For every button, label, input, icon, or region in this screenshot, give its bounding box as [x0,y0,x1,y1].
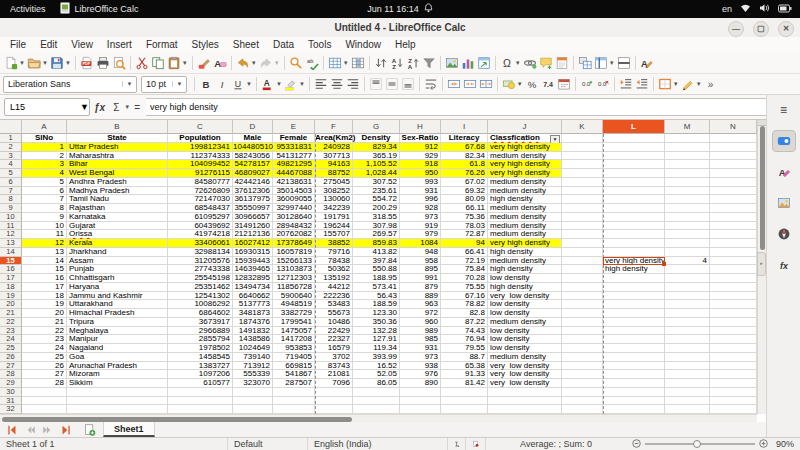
export-pdf-button[interactable]: PDF [79,54,95,72]
autofilter-button[interactable] [421,54,437,72]
sidebar-collapse-handle[interactable]: ▸ [757,252,766,276]
column-header-M[interactable]: M [665,120,710,134]
redo-button[interactable]: ▼ [258,54,281,72]
cell-B31[interactable] [67,397,168,406]
cell-A32[interactable] [22,405,67,414]
cell-M16[interactable] [665,265,710,274]
highlighting-color-dropdown-icon[interactable]: ▼ [299,81,305,87]
cell-M22[interactable] [665,318,710,327]
save-button[interactable]: ▼ [49,54,72,72]
cell-I29[interactable]: 81.42 [441,379,488,388]
insert-table-button[interactable]: ▼ [327,54,350,72]
insert-hyperlink-button[interactable] [522,54,538,72]
border-style-dropdown-icon[interactable]: ▼ [696,81,702,87]
formula-input[interactable]: very high density [146,98,784,116]
function-wizard-icon[interactable]: ƒx [94,102,105,113]
previous-sheet-button[interactable] [22,423,38,436]
cell-F31[interactable] [315,397,353,406]
cell-M18[interactable] [665,283,710,292]
cell-H32[interactable] [400,405,441,414]
cell-L30[interactable] [603,388,665,397]
cell-M1[interactable] [665,134,710,143]
cell-D29[interactable]: 323070 [233,379,273,388]
cell-L28[interactable] [603,370,665,379]
cell-B29[interactable]: Sikkim [67,379,168,388]
column-header-G[interactable]: G [353,120,400,134]
cell-L17[interactable] [603,274,665,283]
freeze-rows-columns-dropdown-icon[interactable]: ▼ [609,60,615,66]
cell-N8[interactable] [710,195,757,204]
cell-K32[interactable] [562,405,603,414]
cell-A31[interactable] [22,397,67,406]
cell-K30[interactable] [562,388,603,397]
sidebar-properties-button[interactable] [772,130,796,152]
cell-J30[interactable] [488,388,562,397]
menu-file[interactable]: File [3,38,33,51]
cell-K23[interactable] [562,327,603,336]
bold-button[interactable]: B [198,75,214,93]
cell-L6[interactable] [603,178,665,187]
selection-summary-field[interactable]: Average: ; Sum: 0 [486,438,626,450]
cell-F29[interactable]: 7096 [315,379,353,388]
insert-table-dropdown-icon[interactable]: ▼ [343,60,349,66]
cell-L3[interactable] [603,152,665,161]
activities-button[interactable]: Activities [10,4,46,14]
special-character-button[interactable]: Ω▼ [499,54,522,72]
cell-L22[interactable] [603,318,665,327]
cell-N29[interactable] [710,379,757,388]
cell-K25[interactable] [562,344,603,353]
align-bottom-button[interactable] [400,75,416,93]
clear-formatting-button[interactable]: A [212,54,228,72]
cell-L32[interactable] [603,405,665,414]
cell-L19[interactable] [603,292,665,301]
print-button[interactable] [95,54,111,72]
cell-L9[interactable] [603,204,665,213]
menu-data[interactable]: Data [266,38,301,51]
cell-L1[interactable] [603,134,665,143]
window-titlebar[interactable]: Untitled 4 - LibreOffice Calc —▢✕ [0,18,800,38]
cell-E32[interactable] [273,405,315,414]
column-header-B[interactable]: B [67,120,168,134]
cell-C30[interactable] [168,388,233,397]
cell-N14[interactable] [710,248,757,257]
cell-L7[interactable] [603,187,665,196]
cell-G30[interactable] [353,388,400,397]
column-header-K[interactable]: K [562,120,603,134]
autosum-dropdown-icon[interactable]: ▼ [124,104,130,110]
select-all-corner[interactable] [0,120,22,134]
cell-D30[interactable] [233,388,273,397]
cell-G31[interactable] [353,397,400,406]
cell-M13[interactable] [665,239,710,248]
merge-and-center-button[interactable] [446,75,462,93]
menu-edit[interactable]: Edit [33,38,64,51]
formula-equals-icon[interactable]: = [134,102,140,113]
cell-G32[interactable] [353,405,400,414]
redo-dropdown-icon[interactable]: ▼ [274,60,280,66]
insert-column-button[interactable] [350,54,366,72]
menu-help[interactable]: Help [388,38,423,51]
headers-footers-button[interactable] [554,54,570,72]
last-sheet-button[interactable] [58,423,74,436]
cell-M9[interactable] [665,204,710,213]
special-character-dropdown-icon[interactable]: ▼ [515,60,521,66]
sort-ascending-button[interactable]: AZ [389,54,405,72]
column-header-C[interactable]: C [168,120,233,134]
cell-D32[interactable] [233,405,273,414]
cell-N1[interactable] [710,134,757,143]
cell-M4[interactable] [665,160,710,169]
horizontal-scrollbar[interactable] [0,414,757,422]
cell-K15[interactable] [562,257,603,266]
cell-C29[interactable]: 610577 [168,379,233,388]
cell-N15[interactable] [710,257,757,266]
cell-N7[interactable] [710,187,757,196]
document-modified-icon[interactable] [466,438,486,450]
cell-M21[interactable] [665,309,710,318]
cell-N30[interactable] [710,388,757,397]
cell-K6[interactable] [562,178,603,187]
cell-K19[interactable] [562,292,603,301]
menu-insert[interactable]: Insert [100,38,139,51]
cell-C32[interactable] [168,405,233,414]
cell-N31[interactable] [710,397,757,406]
cell-L15[interactable]: very high density [603,257,665,266]
cell-N2[interactable] [710,143,757,152]
